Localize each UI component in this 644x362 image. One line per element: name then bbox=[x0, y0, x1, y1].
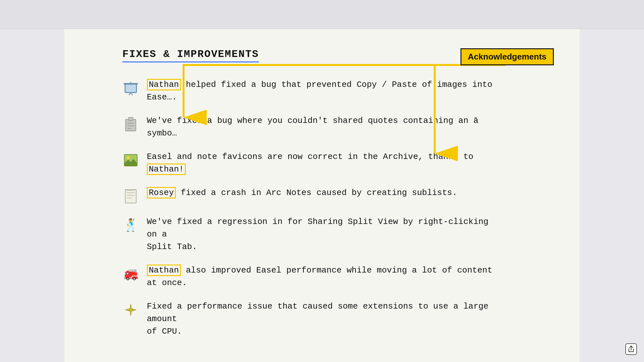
item-text-1: Nathan helped fixed a bug that prevented… bbox=[147, 79, 501, 104]
section-title: FIXES & IMPROVEMENTS bbox=[122, 48, 259, 62]
svg-point-15 bbox=[127, 156, 130, 159]
truck-icon: 🚒 bbox=[122, 265, 139, 282]
easel-icon bbox=[122, 80, 139, 97]
svg-rect-8 bbox=[126, 119, 136, 131]
svg-line-6 bbox=[131, 93, 133, 95]
list-item: 🕺 We've fixed a regression in for Sharin… bbox=[122, 216, 554, 253]
list-item: 🚒 Nathan also improved Easel performance… bbox=[122, 264, 554, 289]
list-item: We've fixed a bug where you couldn't sha… bbox=[122, 115, 554, 140]
top-bar bbox=[0, 0, 644, 29]
highlight-nathan-6: Nathan bbox=[147, 265, 181, 276]
image-icon bbox=[122, 152, 139, 169]
list-item: Fixed a performance issue that caused so… bbox=[122, 300, 554, 338]
highlight-nathan-3: Nathan! bbox=[147, 163, 186, 175]
svg-rect-17 bbox=[125, 190, 136, 203]
list-item: Nathan helped fixed a bug that prevented… bbox=[122, 79, 554, 104]
item-text-5: We've fixed a regression in for Sharing … bbox=[147, 216, 501, 253]
item-text-7: Fixed a performance issue that caused so… bbox=[147, 300, 501, 338]
item-text-3: Easel and note favicons are now correct … bbox=[147, 151, 501, 176]
item-text-4: Rosey fixed a crash in Arc Notes caused … bbox=[147, 187, 457, 199]
svg-rect-3 bbox=[126, 84, 136, 92]
people-icon: 🕺 bbox=[122, 217, 139, 234]
svg-rect-4 bbox=[124, 83, 138, 85]
clipboard-icon bbox=[122, 116, 139, 133]
page-content: Acknowledgements FIXES & IMPROVEMENTS bbox=[64, 29, 580, 362]
highlight-rosey: Rosey bbox=[147, 187, 176, 199]
bottom-bar bbox=[618, 336, 644, 362]
highlight-nathan-1: Nathan bbox=[147, 79, 181, 90]
item-text-2: We've fixed a bug where you couldn't sha… bbox=[147, 115, 501, 140]
svg-line-5 bbox=[129, 93, 131, 95]
list-item: Rosey fixed a crash in Arc Notes caused … bbox=[122, 187, 554, 205]
items-list: Nathan helped fixed a bug that prevented… bbox=[122, 79, 554, 338]
share-button[interactable] bbox=[625, 343, 637, 355]
notes-icon bbox=[122, 188, 139, 205]
item-text-6: Nathan also improved Easel performance w… bbox=[147, 264, 501, 289]
acknowledgements-badge: Acknowledgements bbox=[460, 48, 554, 65]
list-item: Easel and note favicons are now correct … bbox=[122, 151, 554, 176]
sparkle-icon bbox=[122, 302, 139, 318]
svg-rect-9 bbox=[128, 117, 133, 121]
